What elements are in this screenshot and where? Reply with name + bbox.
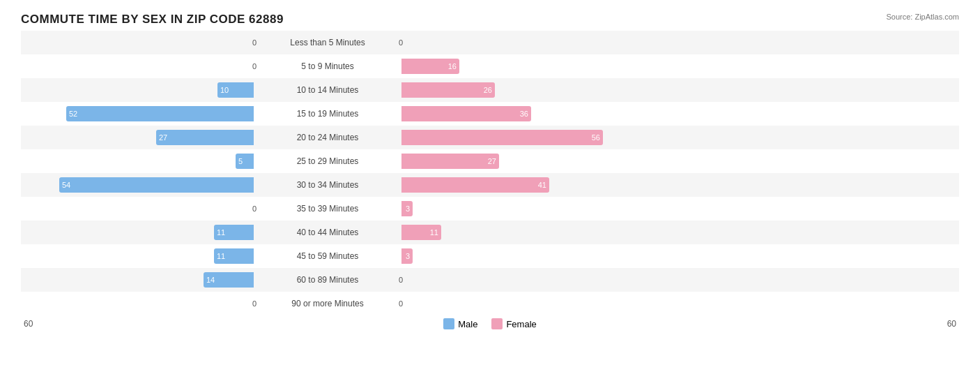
right-section: 41	[397, 173, 634, 197]
table-row: 525 to 29 Minutes27	[21, 149, 959, 173]
left-section: 0	[21, 197, 258, 221]
row-label: Less than 5 Minutes	[258, 38, 397, 47]
male-value: 5	[236, 157, 243, 165]
male-bar: 14	[204, 272, 254, 288]
female-value: 27	[488, 157, 499, 165]
male-bar: 54	[59, 177, 254, 193]
source-label: Source: ZipAtlas.com	[886, 13, 959, 21]
male-legend-label: Male	[458, 319, 477, 329]
left-section: 54	[21, 173, 258, 197]
right-section: 27	[397, 149, 634, 173]
female-bar: 26	[401, 82, 495, 98]
right-section: 26	[397, 78, 634, 102]
male-value: 11	[214, 228, 225, 237]
female-legend-box	[491, 318, 503, 329]
chart-footer: 60 Male Female 60	[21, 318, 959, 329]
left-section: 11	[21, 244, 258, 268]
left-section: 52	[21, 102, 258, 126]
left-section: 0	[21, 31, 258, 54]
table-row: 1140 to 44 Minutes11	[21, 221, 959, 244]
legend-male: Male	[443, 318, 477, 329]
row-label: 5 to 9 Minutes	[258, 61, 397, 71]
male-value: 14	[204, 276, 215, 284]
female-value: 26	[484, 86, 495, 94]
table-row: 1145 to 59 Minutes3	[21, 244, 959, 268]
left-section: 11	[21, 221, 258, 244]
left-section: 14	[21, 268, 258, 292]
table-row: 0Less than 5 Minutes0	[21, 31, 959, 54]
axis-left-label: 60	[24, 319, 33, 329]
female-legend-label: Female	[506, 319, 536, 329]
female-value: 56	[592, 133, 603, 142]
female-value-zero: 0	[399, 299, 403, 308]
right-section: 11	[397, 221, 634, 244]
female-bar: 3	[401, 201, 413, 216]
right-section: 3	[397, 197, 634, 221]
female-value: 36	[520, 110, 531, 118]
left-section: 27	[21, 126, 258, 149]
male-bar: 5	[236, 154, 254, 169]
left-section: 0	[21, 292, 258, 315]
female-value-zero: 0	[399, 38, 403, 47]
male-value-zero: 0	[252, 204, 257, 213]
table-row: 5430 to 34 Minutes41	[21, 173, 959, 197]
chart-container: COMMUTE TIME BY SEX IN ZIP CODE 62889 So…	[0, 0, 980, 365]
row-label: 30 to 34 Minutes	[258, 180, 397, 190]
female-bar: 11	[401, 225, 441, 240]
table-row: 090 or more Minutes0	[21, 292, 959, 315]
male-bar: 10	[217, 82, 254, 98]
female-bar: 36	[401, 106, 531, 121]
male-value-zero: 0	[252, 38, 257, 47]
row-label: 40 to 44 Minutes	[258, 228, 397, 237]
female-value: 3	[406, 204, 413, 213]
male-bar: 11	[214, 225, 254, 240]
female-bar: 3	[401, 248, 413, 264]
table-row: 5215 to 19 Minutes36	[21, 102, 959, 126]
right-section: 3	[397, 244, 634, 268]
row-label: 20 to 24 Minutes	[258, 133, 397, 142]
male-bar: 52	[66, 106, 254, 121]
right-section: 0	[397, 292, 634, 315]
table-row: 1010 to 14 Minutes26	[21, 78, 959, 102]
female-value-zero: 0	[399, 276, 403, 284]
row-label: 60 to 89 Minutes	[258, 275, 397, 285]
left-section: 5	[21, 149, 258, 173]
female-value: 41	[538, 181, 549, 189]
female-value: 16	[448, 62, 459, 70]
table-row: 2720 to 24 Minutes56	[21, 126, 959, 149]
row-label: 15 to 19 Minutes	[258, 109, 397, 119]
chart-title: COMMUTE TIME BY SEX IN ZIP CODE 62889	[21, 13, 959, 27]
right-section: 16	[397, 54, 634, 78]
male-value-zero: 0	[252, 299, 257, 308]
row-label: 10 to 14 Minutes	[258, 85, 397, 95]
right-section: 0	[397, 31, 634, 54]
left-section: 10	[21, 78, 258, 102]
female-bar: 27	[401, 154, 499, 169]
chart-area: 0Less than 5 Minutes005 to 9 Minutes1610…	[21, 31, 959, 315]
male-value: 10	[217, 86, 229, 94]
female-value: 11	[430, 228, 441, 237]
male-bar: 27	[156, 130, 254, 145]
row-label: 35 to 39 Minutes	[258, 204, 397, 214]
right-section: 56	[397, 126, 634, 149]
table-row: 035 to 39 Minutes3	[21, 197, 959, 221]
left-section: 0	[21, 54, 258, 78]
female-bar: 41	[401, 177, 549, 193]
male-value: 52	[66, 110, 77, 118]
male-bar: 11	[214, 248, 254, 264]
male-value-zero: 0	[252, 62, 257, 70]
row-label: 90 or more Minutes	[258, 299, 397, 308]
female-bar: 16	[401, 59, 459, 74]
female-bar: 56	[401, 130, 603, 145]
axis-right-label: 60	[947, 319, 956, 329]
legend: Male Female	[443, 318, 537, 329]
legend-female: Female	[491, 318, 536, 329]
row-label: 25 to 29 Minutes	[258, 156, 397, 166]
male-value: 27	[156, 133, 167, 142]
male-legend-box	[443, 318, 454, 329]
male-value: 54	[59, 181, 70, 189]
table-row: 05 to 9 Minutes16	[21, 54, 959, 78]
right-section: 36	[397, 102, 634, 126]
female-value: 3	[406, 252, 413, 260]
table-row: 1460 to 89 Minutes0	[21, 268, 959, 292]
